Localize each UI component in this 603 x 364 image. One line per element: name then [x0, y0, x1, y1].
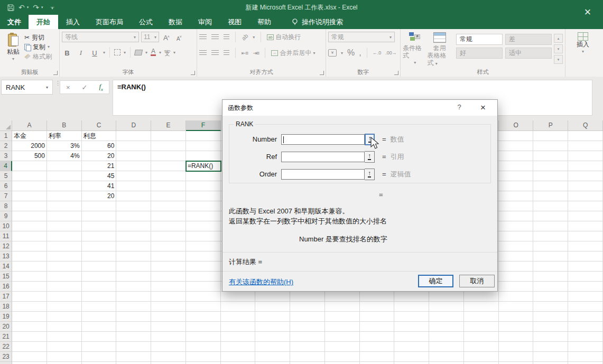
cell-L18[interactable]: [394, 302, 429, 312]
cell-F7[interactable]: [186, 191, 221, 201]
cell-G22[interactable]: [221, 342, 256, 352]
increase-decimal-icon[interactable]: ←.0: [373, 50, 382, 55]
cell-B3[interactable]: 4%: [47, 151, 82, 161]
cell-C23[interactable]: [82, 352, 117, 362]
clipboard-dialog-launcher-icon[interactable]: [53, 71, 58, 75]
cell-N24[interactable]: [464, 362, 499, 364]
align-left-icon[interactable]: [199, 50, 207, 55]
cell-M24[interactable]: [429, 362, 464, 364]
cell-D7[interactable]: [116, 191, 151, 201]
font-name-select[interactable]: 等线▾: [62, 32, 139, 42]
cell-P4[interactable]: [533, 161, 568, 171]
cell-F6[interactable]: [186, 181, 221, 191]
cell-B1[interactable]: 利率: [47, 131, 82, 141]
cell-H21[interactable]: [255, 332, 290, 342]
cell-C10[interactable]: [82, 221, 117, 231]
cell-D23[interactable]: [116, 352, 151, 362]
cell-B20[interactable]: [47, 322, 82, 332]
row-header-16[interactable]: 16: [0, 282, 12, 292]
cell-O9[interactable]: [499, 211, 534, 221]
cell-G17[interactable]: [221, 292, 256, 302]
insert-function-icon[interactable]: fx: [99, 82, 103, 92]
increase-indent-icon[interactable]: ⇥≡: [253, 50, 259, 56]
copy-dropdown-icon[interactable]: ▾: [48, 43, 50, 51]
dialog-help-button[interactable]: ?: [454, 103, 465, 113]
cell-P22[interactable]: [533, 342, 568, 352]
cell-E15[interactable]: [151, 272, 186, 282]
cell-E8[interactable]: [151, 201, 186, 211]
cell-A13[interactable]: [12, 251, 47, 262]
cell-E5[interactable]: [151, 171, 186, 181]
cell-D9[interactable]: [116, 211, 151, 221]
merge-dropdown-icon[interactable]: ▾: [313, 51, 315, 55]
arg-input-ref[interactable]: [281, 152, 365, 162]
cell-C4[interactable]: 21: [82, 161, 117, 171]
cell-P24[interactable]: [533, 362, 568, 364]
cell-F23[interactable]: [186, 352, 221, 362]
cell-G24[interactable]: [221, 362, 256, 364]
name-box-dropdown-icon[interactable]: ▾: [46, 85, 48, 90]
cell-P9[interactable]: [533, 211, 568, 221]
cell-Q20[interactable]: [568, 322, 603, 332]
cell-F10[interactable]: [186, 221, 221, 231]
cell-Q3[interactable]: [568, 151, 603, 161]
cell-D17[interactable]: [116, 292, 151, 302]
cell-P3[interactable]: [533, 151, 568, 161]
tab-视图[interactable]: 视图: [220, 15, 249, 29]
wrap-text-button[interactable]: ab 自动换行: [267, 33, 301, 42]
cell-G20[interactable]: [221, 322, 256, 332]
cell-B2[interactable]: 3%: [47, 141, 82, 151]
cell-P12[interactable]: [533, 241, 568, 251]
cell-G19[interactable]: [221, 312, 256, 322]
cell-K22[interactable]: [360, 342, 395, 352]
cell-C22[interactable]: [82, 342, 117, 352]
row-header-21[interactable]: 21: [0, 332, 12, 342]
underline-button[interactable]: U: [89, 48, 100, 57]
cell-B8[interactable]: [47, 201, 82, 211]
cell-E16[interactable]: [151, 282, 186, 292]
cell-E6[interactable]: [151, 181, 186, 191]
cell-P2[interactable]: [533, 141, 568, 151]
orientation-icon[interactable]: ab: [240, 32, 249, 41]
cell-B21[interactable]: [47, 332, 82, 342]
cell-P6[interactable]: [533, 181, 568, 191]
collapse-dialog-icon-order[interactable]: ↑: [365, 169, 375, 180]
cell-J19[interactable]: [325, 312, 360, 322]
cell-O20[interactable]: [499, 322, 534, 332]
decrease-decimal-icon[interactable]: .00→: [385, 50, 397, 55]
undo-dropdown-icon[interactable]: ▾: [27, 5, 29, 10]
cell-B16[interactable]: [47, 282, 82, 292]
cell-M17[interactable]: [429, 292, 464, 302]
column-header-D[interactable]: D: [116, 120, 151, 131]
cell-Q12[interactable]: [568, 241, 603, 251]
phonetic-guide-icon[interactable]: wén文: [164, 49, 170, 55]
cell-P10[interactable]: [533, 221, 568, 231]
cell-C16[interactable]: [82, 282, 117, 292]
cell-K24[interactable]: [360, 362, 395, 364]
cell-Q21[interactable]: [568, 332, 603, 342]
cell-E13[interactable]: [151, 251, 186, 262]
cell-F22[interactable]: [186, 342, 221, 352]
cell-M19[interactable]: [429, 312, 464, 322]
cell-P18[interactable]: [533, 302, 568, 312]
cell-O19[interactable]: [499, 312, 534, 322]
row-header-1[interactable]: 1: [0, 131, 12, 141]
format-as-table-button[interactable]: 套用 表格格式 ▾: [428, 32, 452, 68]
cell-A24[interactable]: [12, 362, 47, 364]
cell-P8[interactable]: [533, 201, 568, 211]
cell-I20[interactable]: [290, 322, 325, 332]
cell-I22[interactable]: [290, 342, 325, 352]
cell-D11[interactable]: [116, 231, 151, 241]
cell-B14[interactable]: [47, 262, 82, 272]
cell-O6[interactable]: [499, 181, 534, 191]
cell-K23[interactable]: [360, 352, 395, 362]
cell-P15[interactable]: [533, 272, 568, 282]
function-help-link[interactable]: 有关该函数的帮助(H): [229, 277, 293, 287]
redo-button[interactable]: ↷: [33, 4, 39, 11]
row-header-12[interactable]: 12: [0, 241, 12, 251]
cell-B7[interactable]: [47, 191, 82, 201]
cell-J23[interactable]: [325, 352, 360, 362]
row-header-19[interactable]: 19: [0, 312, 12, 322]
cell-E23[interactable]: [151, 352, 186, 362]
cell-Q7[interactable]: [568, 191, 603, 201]
